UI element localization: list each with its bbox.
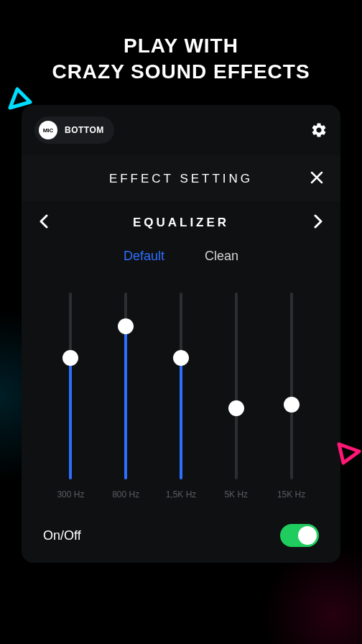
equalizer-sliders: 300 Hz800 Hz1,5K Hz5K Hz15K Hz bbox=[22, 271, 340, 508]
slider-thumb[interactable] bbox=[228, 400, 244, 416]
eq-band-4: 15K Hz bbox=[264, 293, 319, 500]
app-panel: MIC BOTTOM EFFECT SETTING EQUALIZER bbox=[22, 105, 340, 563]
toggle-row: On/Off bbox=[22, 508, 340, 563]
next-effect-button[interactable] bbox=[306, 214, 323, 231]
toggle-label: On/Off bbox=[43, 528, 81, 543]
headline-line1: PLAY WITH bbox=[22, 34, 340, 58]
eq-slider-3[interactable] bbox=[235, 293, 238, 479]
mic-badge-text: MIC bbox=[43, 127, 54, 134]
slider-thumb[interactable] bbox=[173, 350, 189, 366]
onoff-toggle[interactable] bbox=[280, 524, 319, 547]
prev-effect-button[interactable] bbox=[39, 214, 56, 231]
effect-setting-header: EFFECT SETTING bbox=[22, 155, 340, 201]
eq-band-1: 800 Hz bbox=[98, 293, 154, 500]
mic-selector[interactable]: MIC BOTTOM bbox=[34, 116, 114, 144]
eq-slider-2[interactable] bbox=[180, 293, 182, 479]
slider-fill bbox=[180, 358, 182, 479]
band-label: 5K Hz bbox=[224, 489, 248, 500]
eq-slider-1[interactable] bbox=[124, 293, 127, 479]
slider-thumb[interactable] bbox=[284, 397, 300, 413]
close-button[interactable] bbox=[306, 170, 323, 188]
headline: PLAY WITH CRAZY SOUND EFFECTS bbox=[0, 0, 362, 105]
eq-slider-4[interactable] bbox=[290, 293, 293, 479]
eq-band-2: 1,5K Hz bbox=[154, 293, 209, 500]
band-label: 300 Hz bbox=[57, 489, 84, 500]
settings-button[interactable] bbox=[310, 121, 328, 139]
mic-label: BOTTOM bbox=[65, 125, 104, 135]
effect-setting-title: EFFECT SETTING bbox=[56, 172, 306, 186]
eq-band-0: 300 Hz bbox=[43, 293, 98, 500]
preset-default[interactable]: Default bbox=[124, 249, 164, 264]
mic-icon: MIC bbox=[39, 121, 57, 139]
preset-clean[interactable]: Clean bbox=[205, 249, 238, 264]
equalizer-nav: EQUALIZER bbox=[22, 201, 340, 239]
chevron-right-icon bbox=[313, 214, 323, 229]
band-label: 1,5K Hz bbox=[166, 489, 197, 500]
equalizer-title: EQUALIZER bbox=[133, 216, 229, 230]
headline-line2: CRAZY SOUND EFFECTS bbox=[22, 60, 340, 83]
slider-fill bbox=[124, 326, 127, 479]
toggle-knob bbox=[298, 526, 317, 545]
preset-tabs: Default Clean bbox=[22, 239, 340, 271]
chevron-left-icon bbox=[39, 214, 49, 229]
band-label: 15K Hz bbox=[277, 489, 305, 500]
slider-thumb[interactable] bbox=[118, 318, 134, 334]
eq-slider-0[interactable] bbox=[69, 293, 72, 479]
close-icon bbox=[310, 171, 323, 184]
slider-fill bbox=[69, 358, 72, 479]
decorative-triangle-magenta bbox=[335, 438, 362, 467]
band-label: 800 Hz bbox=[112, 489, 139, 500]
eq-band-3: 5K Hz bbox=[208, 293, 264, 500]
top-bar: MIC BOTTOM bbox=[22, 105, 340, 155]
slider-thumb[interactable] bbox=[62, 350, 78, 366]
gear-icon bbox=[310, 121, 328, 139]
